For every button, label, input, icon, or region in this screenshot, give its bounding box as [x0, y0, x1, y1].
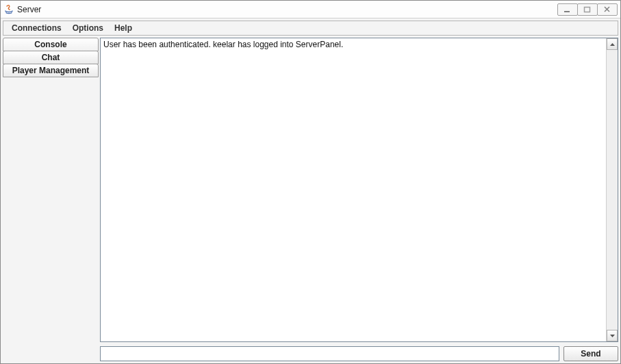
- chevron-up-icon: [610, 43, 615, 46]
- svg-marker-4: [610, 43, 615, 46]
- minimize-icon: [563, 6, 572, 13]
- close-icon: [603, 6, 611, 13]
- console-log-text: User has been authenticated. keelar has …: [101, 38, 606, 341]
- titlebar: Server: [1, 1, 620, 18]
- maximize-button[interactable]: [577, 3, 598, 16]
- svg-marker-5: [610, 335, 615, 337]
- window-controls: [558, 3, 618, 16]
- svg-rect-1: [585, 7, 590, 12]
- window-root: Server Connections Options Help Console …: [0, 0, 621, 364]
- window-title: Server: [17, 5, 558, 14]
- scrollbar[interactable]: [606, 38, 618, 341]
- tab-console[interactable]: Console: [3, 38, 99, 51]
- svg-rect-0: [564, 11, 570, 12]
- message-input[interactable]: [100, 346, 559, 361]
- java-icon: [3, 4, 14, 15]
- menu-options[interactable]: Options: [67, 22, 109, 34]
- chevron-down-icon: [610, 335, 615, 337]
- menu-help[interactable]: Help: [109, 22, 138, 34]
- send-button[interactable]: Send: [563, 346, 618, 361]
- scroll-up-button[interactable]: [607, 38, 618, 50]
- close-button[interactable]: [597, 3, 618, 16]
- maximize-icon: [583, 6, 592, 13]
- menubar: Connections Options Help: [3, 21, 618, 36]
- scroll-down-button[interactable]: [607, 330, 618, 341]
- input-row: Send: [100, 346, 618, 361]
- scroll-track[interactable]: [607, 50, 618, 330]
- tab-chat[interactable]: Chat: [3, 51, 99, 64]
- menu-connections[interactable]: Connections: [6, 22, 67, 34]
- minimize-button[interactable]: [557, 3, 578, 16]
- body: Console Chat Player Management User has …: [3, 38, 618, 361]
- tab-player-management[interactable]: Player Management: [3, 64, 99, 77]
- main-panel: User has been authenticated. keelar has …: [99, 38, 618, 361]
- console-output: User has been authenticated. keelar has …: [100, 38, 618, 342]
- sidebar: Console Chat Player Management: [3, 38, 99, 361]
